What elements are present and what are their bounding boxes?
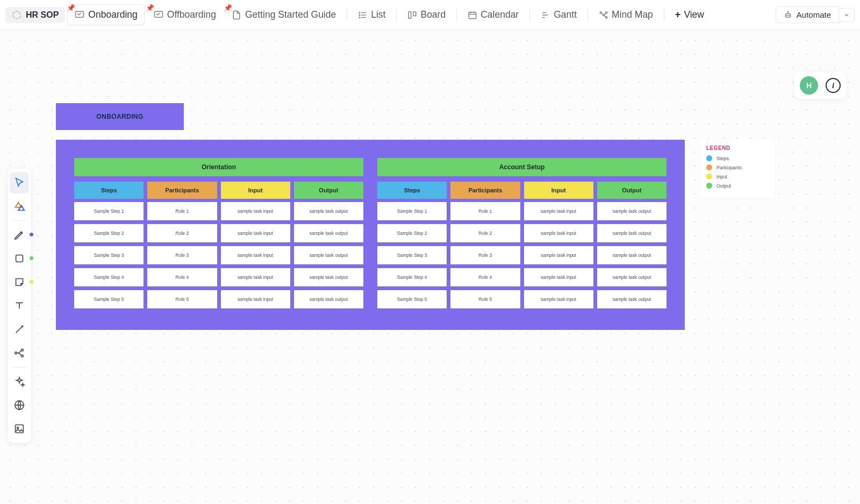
table-cell[interactable]: sample task input bbox=[221, 224, 290, 242]
column-header[interactable]: Input bbox=[221, 182, 290, 199]
tool-relations[interactable] bbox=[10, 342, 29, 364]
table-cell[interactable]: Sample Step 2 bbox=[377, 224, 447, 242]
table-cell[interactable]: Sample Step 3 bbox=[74, 246, 144, 264]
tool-ai[interactable] bbox=[10, 371, 29, 392]
table-cell[interactable]: sample task output bbox=[597, 246, 666, 264]
tool-connector[interactable] bbox=[10, 319, 29, 340]
column-header[interactable]: Output bbox=[294, 182, 363, 199]
board-section[interactable]: OrientationStepsParticipantsInputOutputS… bbox=[74, 158, 363, 308]
hexagon-icon bbox=[12, 10, 22, 20]
breadcrumb-label: HR SOP bbox=[26, 10, 59, 20]
table-cell[interactable]: Sample Step 4 bbox=[377, 268, 447, 286]
table-cell[interactable]: sample task output bbox=[294, 290, 363, 308]
column-header[interactable]: Participants bbox=[147, 182, 217, 199]
tab-gantt[interactable]: Gantt bbox=[534, 5, 583, 25]
table-cell[interactable]: Sample Step 2 bbox=[74, 224, 144, 242]
table-cell[interactable]: Role 2 bbox=[450, 224, 520, 242]
tab-mindmap[interactable]: Mind Map bbox=[592, 5, 660, 25]
table-cell[interactable]: sample task input bbox=[221, 290, 290, 308]
tab-list[interactable]: List bbox=[352, 5, 392, 25]
tab-offboarding[interactable]: 📌 Offboarding bbox=[147, 5, 223, 25]
table-cell[interactable]: sample task output bbox=[597, 268, 666, 286]
tool-cards[interactable] bbox=[10, 196, 29, 217]
column-header[interactable]: Input bbox=[524, 182, 593, 199]
table-row: Sample Step 1Role 1sample task inputsamp… bbox=[74, 202, 363, 220]
tool-select[interactable] bbox=[10, 172, 29, 193]
tab-getting-started[interactable]: 📌 Getting Started Guide bbox=[225, 5, 342, 25]
table-cell[interactable]: sample task input bbox=[524, 290, 593, 308]
tab-onboarding[interactable]: 📌 Onboarding bbox=[67, 4, 144, 25]
tab-board[interactable]: Board bbox=[401, 5, 452, 25]
board-section[interactable]: Account SetupStepsParticipantsInputOutpu… bbox=[377, 158, 666, 308]
section-title[interactable]: Orientation bbox=[74, 158, 363, 176]
table-cell[interactable]: sample task input bbox=[221, 202, 290, 220]
svg-rect-35 bbox=[16, 425, 24, 433]
breadcrumb[interactable]: HR SOP bbox=[5, 7, 65, 23]
table-cell[interactable]: Sample Step 5 bbox=[74, 290, 144, 308]
column-header[interactable]: Output bbox=[597, 182, 666, 199]
automate-button[interactable]: Automate bbox=[776, 6, 839, 23]
table-cell[interactable]: sample task input bbox=[524, 202, 593, 220]
avatar[interactable]: H bbox=[800, 76, 818, 95]
table-cell[interactable]: sample task output bbox=[294, 268, 363, 286]
table-cell[interactable]: Role 1 bbox=[147, 202, 217, 220]
legend-label: Output bbox=[716, 183, 731, 189]
tool-sticky[interactable] bbox=[10, 271, 29, 293]
section-label[interactable]: ONBOARDING bbox=[56, 103, 184, 130]
table-cell[interactable]: sample task input bbox=[524, 268, 593, 286]
tab-label: Gantt bbox=[554, 9, 577, 20]
table-cell[interactable]: Role 3 bbox=[450, 246, 520, 264]
table-cell[interactable]: Role 3 bbox=[147, 246, 217, 264]
table-cell[interactable]: Sample Step 1 bbox=[74, 202, 144, 220]
table-cell[interactable]: sample task input bbox=[524, 224, 593, 242]
table-cell[interactable]: sample task output bbox=[294, 246, 363, 264]
table-cell[interactable]: Role 4 bbox=[147, 268, 217, 286]
table-cell[interactable]: Role 2 bbox=[147, 224, 217, 242]
table-cell[interactable]: sample task input bbox=[221, 268, 290, 286]
table-cell[interactable]: Sample Step 3 bbox=[377, 246, 447, 264]
add-view-label: View bbox=[684, 9, 704, 20]
column-header[interactable]: Steps bbox=[377, 182, 447, 199]
tool-shape[interactable] bbox=[10, 248, 29, 269]
table-cell[interactable]: sample task output bbox=[597, 224, 666, 242]
table-cell[interactable]: sample task input bbox=[221, 246, 290, 264]
cards-icon bbox=[13, 200, 25, 212]
table-cell[interactable]: sample task output bbox=[294, 224, 363, 242]
tab-calendar[interactable]: Calendar bbox=[461, 5, 525, 25]
svg-rect-10 bbox=[414, 12, 417, 16]
image-icon bbox=[13, 423, 25, 435]
table-cell[interactable]: sample task input bbox=[524, 246, 593, 264]
table-cell[interactable]: sample task output bbox=[597, 202, 666, 220]
table-cell[interactable]: Sample Step 4 bbox=[74, 268, 144, 286]
legend-dot bbox=[706, 174, 712, 179]
tool-image[interactable] bbox=[10, 418, 29, 440]
svg-point-26 bbox=[786, 15, 787, 16]
table-cell[interactable]: Role 5 bbox=[450, 290, 520, 308]
tool-pen[interactable] bbox=[10, 224, 29, 246]
canvas[interactable]: H i ONBOARDING OrientationStepsParticipa… bbox=[0, 30, 860, 504]
tool-web[interactable] bbox=[10, 394, 29, 416]
table-row: Sample Step 4Role 4sample task inputsamp… bbox=[74, 268, 363, 286]
column-header[interactable]: Steps bbox=[74, 182, 144, 199]
svg-point-7 bbox=[359, 15, 360, 16]
table-cell[interactable]: Sample Step 1 bbox=[377, 202, 447, 220]
table-cell[interactable]: sample task output bbox=[597, 290, 666, 308]
automate-dropdown[interactable] bbox=[839, 8, 855, 22]
info-button[interactable]: i bbox=[826, 78, 841, 93]
board[interactable]: OrientationStepsParticipantsInputOutputS… bbox=[56, 140, 685, 330]
legend[interactable]: LEGEND StepsParticipantsInputOutput bbox=[700, 140, 775, 198]
column-header[interactable]: Participants bbox=[450, 182, 520, 199]
svg-point-29 bbox=[787, 11, 788, 12]
table-row: Sample Step 5Role 5sample task inputsamp… bbox=[377, 290, 666, 308]
table-cell[interactable]: Role 1 bbox=[450, 202, 520, 220]
table-cell[interactable]: Role 5 bbox=[147, 290, 217, 308]
divider bbox=[587, 9, 588, 21]
tool-text[interactable] bbox=[10, 295, 29, 316]
table-cell[interactable]: sample task output bbox=[294, 202, 363, 220]
section-title[interactable]: Account Setup bbox=[377, 158, 666, 176]
table-cell[interactable]: Sample Step 5 bbox=[377, 290, 447, 308]
table-cell[interactable]: Role 4 bbox=[450, 268, 520, 286]
tab-label: Offboarding bbox=[167, 9, 216, 20]
add-view-button[interactable]: + View bbox=[669, 5, 711, 25]
svg-point-31 bbox=[15, 352, 17, 354]
